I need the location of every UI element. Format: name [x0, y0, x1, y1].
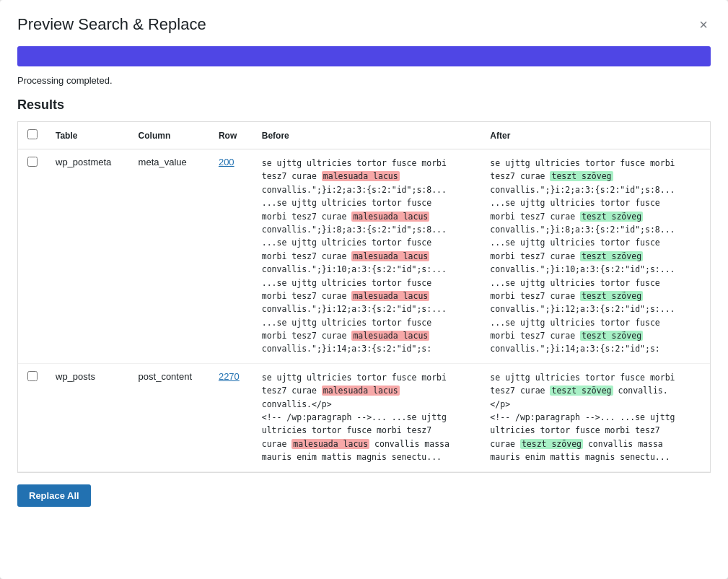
row-checkbox-cell [18, 149, 47, 364]
processing-status: Processing completed. [17, 75, 711, 86]
results-table: Table Column Row Before After wp_postmet… [18, 122, 710, 472]
row-after-content: se ujttg ultricies tortor fusce morbi te… [481, 363, 710, 471]
header-row: Row [210, 122, 253, 149]
modal-title: Preview Search & Replace [17, 15, 206, 34]
row-number[interactable]: 200 [210, 149, 253, 364]
header-table: Table [47, 122, 130, 149]
results-table-wrapper[interactable]: Table Column Row Before After wp_postmet… [17, 121, 711, 473]
highlight-before: malesuada lacus [351, 291, 429, 301]
highlight-before: malesuada lacus [351, 251, 429, 261]
header-after: After [481, 122, 710, 149]
highlight-after: teszt szöveg [520, 439, 583, 449]
highlight-before: malesuada lacus [351, 212, 429, 222]
header-checkbox-cell [18, 122, 47, 149]
row-table-name: wp_posts [47, 363, 130, 471]
row-checkbox-cell [18, 363, 47, 471]
highlight-after: teszt szöveg [580, 291, 643, 301]
table-row: wp_posts post_content 2270 se ujttg ultr… [18, 363, 710, 471]
close-button[interactable]: × [696, 14, 711, 35]
row-table-name: wp_postmeta [47, 149, 130, 364]
highlight-before: malesuada lacus [291, 439, 369, 449]
highlight-after: teszt szöveg [550, 386, 613, 396]
highlight-before: malesuada lacus [322, 171, 400, 181]
progress-bar [17, 46, 711, 66]
row-after-content: se ujttg ultricies tortor fusce morbi te… [481, 149, 710, 364]
results-heading: Results [17, 97, 711, 113]
highlight-after: teszt szöveg [580, 212, 643, 222]
table-header-row: Table Column Row Before After [18, 122, 710, 149]
select-all-checkbox[interactable] [27, 129, 38, 139]
modal-container: Preview Search & Replace × Processing co… [0, 0, 728, 579]
highlight-before: malesuada lacus [322, 386, 400, 396]
replace-all-button[interactable]: Replace All [17, 484, 91, 507]
header-before: Before [253, 122, 482, 149]
highlight-after: teszt szöveg [580, 331, 643, 341]
table-row: wp_postmeta meta_value 200 se ujttg ultr… [18, 149, 710, 364]
row-before-content: se ujttg ultricies tortor fusce morbi te… [253, 149, 482, 364]
row-number[interactable]: 2270 [210, 363, 253, 471]
highlight-after: teszt szöveg [550, 171, 613, 181]
row-column-name: post_content [130, 363, 210, 471]
row-before-content: se ujttg ultricies tortor fusce morbi te… [253, 363, 482, 471]
footer-bar: Replace All [17, 484, 711, 507]
row-checkbox[interactable] [27, 371, 38, 381]
row-checkbox[interactable] [27, 157, 38, 167]
modal-header: Preview Search & Replace × [17, 14, 711, 35]
header-column: Column [130, 122, 210, 149]
highlight-after: teszt szöveg [580, 251, 643, 261]
row-column-name: meta_value [130, 149, 210, 364]
highlight-before: malesuada lacus [351, 331, 429, 341]
